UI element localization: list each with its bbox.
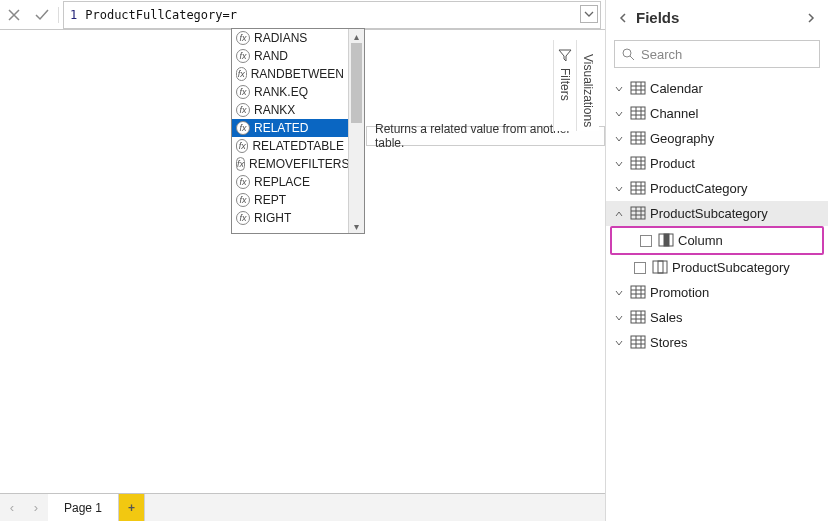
autocomplete-item-label: RELATED (254, 121, 308, 135)
collapse-fields-button[interactable] (618, 12, 628, 24)
svg-point-0 (623, 49, 631, 57)
caret-icon (614, 84, 626, 94)
autocomplete-item[interactable]: fxRELATEDTABLE (232, 137, 348, 155)
table-row[interactable]: Calendar (606, 76, 828, 101)
table-icon (630, 131, 646, 145)
expand-formula-button[interactable] (580, 5, 598, 23)
table-row[interactable]: Sales (606, 305, 828, 330)
canvas-area: 1 ProductFullCategory=r fxRADIANSfxRANDf… (0, 0, 606, 521)
table-row[interactable]: Stores (606, 330, 828, 355)
autocomplete-item-label: REPT (254, 193, 286, 207)
function-icon: fx (236, 85, 250, 99)
table-icon (630, 206, 646, 220)
page-tab[interactable]: Page 1 (48, 494, 119, 521)
function-icon: fx (236, 31, 250, 45)
table-icon (630, 181, 646, 195)
table-row[interactable]: Product (606, 151, 828, 176)
autocomplete-item-label: REPLACE (254, 175, 310, 189)
svg-rect-12 (631, 311, 645, 323)
tab-nav-left[interactable]: ‹ (0, 494, 24, 521)
fields-tree: CalendarChannelGeographyProductProductCa… (606, 72, 828, 521)
field-row[interactable]: Column (612, 228, 822, 253)
table-name: ProductCategory (650, 181, 748, 196)
table-icon (630, 81, 646, 95)
autocomplete-item[interactable]: fxRANK.EQ (232, 83, 348, 101)
table-name: Channel (650, 106, 698, 121)
autocomplete-item[interactable]: fxRADIANS (232, 29, 348, 47)
table-icon (630, 310, 646, 324)
table-icon (630, 106, 646, 120)
autocomplete-item[interactable]: fxRANKX (232, 101, 348, 119)
table-icon (630, 335, 646, 349)
autocomplete-item[interactable]: fxREPT (232, 191, 348, 209)
caret-icon (614, 159, 626, 169)
visualizations-label: Visualizations (581, 54, 595, 127)
caret-icon (614, 209, 626, 219)
table-icon (630, 156, 646, 170)
scroll-down-icon[interactable]: ▾ (349, 219, 364, 233)
scrollbar[interactable]: ▴ ▾ (348, 29, 364, 233)
autocomplete-list[interactable]: fxRADIANSfxRANDfxRANDBETWEENfxRANK.EQfxR… (232, 29, 348, 233)
function-icon: fx (236, 139, 248, 153)
commit-formula-button[interactable] (28, 1, 56, 29)
filters-icon (558, 48, 572, 62)
plus-icon: + (128, 501, 135, 515)
autocomplete-item[interactable]: fxRANDBETWEEN (232, 65, 348, 83)
search-icon (621, 47, 635, 61)
field-checkbox[interactable] (640, 235, 652, 247)
function-icon: fx (236, 175, 250, 189)
autocomplete-item[interactable]: fxREPLACE (232, 173, 348, 191)
autocomplete-item-label: RADIANS (254, 31, 307, 45)
field-checkbox[interactable] (634, 262, 646, 274)
svg-rect-6 (631, 207, 645, 219)
formula-input[interactable]: 1 ProductFullCategory=r (63, 1, 601, 29)
table-icon (630, 285, 646, 299)
function-icon: fx (236, 211, 250, 225)
table-row[interactable]: Geography (606, 126, 828, 151)
tab-nav-right[interactable]: › (24, 494, 48, 521)
add-page-tab[interactable]: + (119, 494, 145, 521)
table-row[interactable]: Channel (606, 101, 828, 126)
column-icon (652, 260, 668, 274)
scroll-thumb[interactable] (351, 43, 362, 123)
autocomplete-item-label: RANK.EQ (254, 85, 308, 99)
table-row[interactable]: ProductSubcategory (606, 201, 828, 226)
caret-icon (614, 184, 626, 194)
column-icon (658, 233, 674, 247)
function-icon: fx (236, 157, 245, 171)
autocomplete-item[interactable]: fxRIGHT (232, 209, 348, 227)
page-tab-label: Page 1 (64, 501, 102, 515)
cancel-formula-button[interactable] (0, 1, 28, 29)
autocomplete-item-label: RELATEDTABLE (252, 139, 344, 153)
table-row[interactable]: ProductCategory (606, 176, 828, 201)
autocomplete-item[interactable]: fxRELATED (232, 119, 348, 137)
field-name: ProductSubcategory (672, 260, 790, 275)
formula-bar: 1 ProductFullCategory=r (0, 0, 605, 30)
function-icon: fx (236, 193, 250, 207)
autocomplete-popup: fxRADIANSfxRANDfxRANDBETWEENfxRANK.EQfxR… (231, 28, 365, 234)
table-name: Geography (650, 131, 714, 146)
filters-pane-collapsed[interactable]: Filters (553, 40, 576, 131)
autocomplete-item[interactable]: fxRAND (232, 47, 348, 65)
search-box[interactable] (614, 40, 820, 68)
function-icon: fx (236, 49, 250, 63)
expand-fields-icon[interactable] (806, 12, 816, 24)
function-icon: fx (236, 121, 250, 135)
visualizations-pane-collapsed[interactable]: Visualizations (576, 40, 599, 131)
table-name: Promotion (650, 285, 709, 300)
caret-icon (614, 313, 626, 323)
autocomplete-item-label: RANKX (254, 103, 295, 117)
fields-header: Fields (606, 0, 828, 36)
function-icon: fx (236, 103, 250, 117)
field-row[interactable]: ProductSubcategory (606, 255, 828, 280)
svg-rect-3 (631, 132, 645, 144)
autocomplete-item[interactable]: fxREMOVEFILTERS (232, 155, 348, 173)
caret-icon (614, 338, 626, 348)
filters-label: Filters (558, 68, 572, 101)
scroll-up-icon[interactable]: ▴ (349, 29, 364, 43)
search-input[interactable] (641, 47, 813, 62)
divider (58, 7, 59, 23)
highlighted-field: Column (610, 226, 824, 255)
svg-rect-11 (631, 286, 645, 298)
table-row[interactable]: Promotion (606, 280, 828, 305)
